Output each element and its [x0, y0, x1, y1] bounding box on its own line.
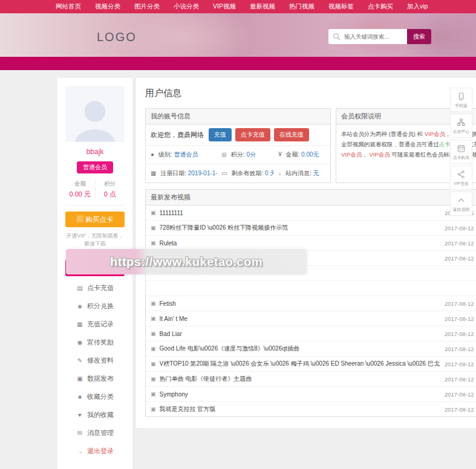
field-value: 普通会员 — [174, 151, 198, 158]
username: bbajk — [65, 147, 125, 156]
video-row: ▣ 我就是克拉拉 官方版 2017-08-12 ▶观看 — [146, 402, 476, 416]
video-date: 2017-08-12 — [445, 225, 474, 231]
sidebar-menu-icon: ▣ — [76, 375, 83, 382]
toolbar-item-back-to-top[interactable]: 返回顶部 — [450, 192, 472, 216]
sidebar-menu-item[interactable]: ♥ 我的收藏 — [65, 406, 125, 424]
video-title[interactable]: Fetish — [160, 300, 440, 307]
video-doc-icon: ▣ — [151, 391, 156, 397]
video-title[interactable]: It Ain' t Me — [160, 315, 440, 322]
sidebar-menu-item[interactable]: ◉ 宣传奖励 — [65, 333, 125, 351]
top-nav-item[interactable]: 视频分类 — [95, 2, 120, 11]
stat-label: 积分 — [96, 180, 125, 188]
field-icon: ▭ — [221, 170, 227, 176]
sidebar-menu-label: 我的收藏 — [87, 410, 114, 419]
page-title: 用户信息 — [145, 88, 476, 99]
top-nav-item[interactable]: 加入vip — [407, 2, 428, 11]
video-title[interactable]: Bad Liar — [160, 331, 440, 337]
sidebar-menu-label: 修改资料 — [87, 356, 114, 365]
toolbar-item-mobile[interactable]: 手机版 — [450, 88, 472, 112]
video-date: 2017-08-12 — [445, 300, 474, 307]
sidebar-menu-label: 充值记录 — [87, 320, 114, 329]
sidebar-menu-item[interactable]: ✉ 消息管理 — [65, 424, 125, 442]
sidebar-menu-label: 宣传奖励 — [87, 338, 114, 347]
field-label: 积分: — [231, 151, 245, 158]
stat-item: 积分 0 点 — [95, 180, 125, 199]
video-title[interactable]: 11111111 — [160, 210, 440, 216]
video-date: 2017-08-12 — [445, 376, 474, 383]
video-row: ▣ Symphony 2017-08-12 ▶观看 — [146, 387, 476, 402]
share-icon — [457, 170, 466, 179]
stat-item: 金额 0.00 元 — [65, 180, 95, 199]
top-nav-item[interactable]: 点卡购买 — [368, 2, 393, 11]
field-icon: ¥ — [278, 151, 282, 158]
video-title[interactable]: Good Life 电影\u0026《速度与激情8》\u0026qt插曲 — [160, 344, 440, 353]
top-nav-item[interactable]: 最新视频 — [250, 2, 275, 11]
sidebar-menu-icon: ◉ — [76, 339, 83, 346]
top-nav-item[interactable]: 视频标签 — [328, 2, 354, 11]
sidebar-menu-item[interactable]: ▦ 充值记录 — [65, 315, 125, 333]
sidebar-menu-item[interactable]: ▤ 点卡充值 — [65, 279, 125, 297]
video-title[interactable]: 728粉丝下降量ID \u0026 粉丝下降视频操作示范 — [160, 224, 440, 232]
main-panel: 用户信息 我的账号信息 欢迎您，鹿鼎网络 充值点卡充值在线充值 ● 级别: 普通… — [136, 78, 476, 428]
user-stats: 金额 0.00 元 积分 0 点 — [65, 180, 125, 205]
sidebar-menu-item[interactable]: → 退出登录 — [65, 442, 125, 460]
chevron-up-icon — [457, 196, 466, 205]
sidebar-menu-item[interactable]: ▣ 数据发布 — [65, 369, 125, 387]
sidebar-menu-item[interactable]: ◈ 积分兑换 — [65, 297, 125, 315]
video-doc-icon: ▣ — [151, 210, 156, 216]
top-nav-item[interactable]: 图片分类 — [134, 2, 160, 11]
toolbar-item-card-buy[interactable]: 点卡购买 — [450, 140, 472, 164]
stat-value: 0.00 元 — [65, 190, 95, 199]
sidebar-menu-item[interactable]: ♣ 收藏分类 — [65, 387, 125, 406]
video-doc-icon: ▣ — [151, 300, 156, 306]
video-title[interactable]: 热门单曲 电影《使徒行者》主题曲 — [160, 375, 440, 383]
search-icon — [333, 33, 341, 40]
recharge-button[interactable]: 点卡充值 — [235, 128, 270, 141]
toolbar-item-member-center[interactable]: 会员中心 — [450, 114, 472, 138]
search-button[interactable]: 搜索 — [407, 29, 431, 44]
field-label: 注册日期: — [160, 170, 186, 176]
video-title[interactable]: V榜TOP10 第20期 隔之游 \u0026 会女乐 \u0026 梅子鸡 \… — [160, 360, 440, 368]
video-row: ▣ 热门单曲 电影《使徒行者》主题曲 2017-08-12 ▶观看 — [146, 372, 476, 387]
sidebar-menu-icon: ◈ — [76, 303, 83, 309]
welcome-text: 欢迎您，鹿鼎网络 — [151, 131, 204, 140]
account-field: ¥ 金额: 0.00元 — [273, 146, 330, 164]
top-nav-item[interactable]: VIP视频 — [213, 2, 236, 11]
buy-card-button[interactable]: ▥ 购买点卡 — [65, 212, 125, 227]
video-date: 2017-08-12 — [445, 391, 474, 398]
phone-icon — [457, 92, 466, 101]
account-field: ◎ 积分: 0分 — [217, 146, 273, 164]
video-date: 2017-08-12 — [445, 361, 474, 367]
video-doc-icon: ▣ — [151, 361, 156, 367]
field-label: 级别: — [158, 151, 172, 158]
video-title[interactable]: Symphony — [160, 391, 440, 398]
field-value: 0 天 — [265, 170, 273, 176]
top-nav-item[interactable]: 网站首页 — [56, 2, 81, 11]
sidebar-menu-label: 点卡充值 — [87, 283, 114, 293]
sidebar-menu: ▤ 点卡充值 ◈ 积分兑换 ▦ 充值记录 ◉ 宣传奖励 ✎ 修改资料 ▣ 数据发… — [65, 279, 125, 460]
sidebar-menu-label: 数据发布 — [87, 374, 114, 383]
account-field: ▭ 剩余有效期: 0 天 — [217, 164, 273, 183]
video-title[interactable]: 我就是克拉拉 官方版 — [160, 405, 440, 413]
account-info-panel: 我的账号信息 欢迎您，鹿鼎网络 充值点卡充值在线充值 ● 级别: 普通会员 ◎ … — [145, 108, 331, 183]
video-doc-icon: ▣ — [151, 406, 156, 412]
video-row: ▣ ▶观看 — [146, 281, 476, 296]
recharge-button[interactable]: 充值 — [209, 128, 232, 141]
top-nav-item[interactable]: 热门视频 — [289, 2, 315, 11]
recharge-button[interactable]: 在线充值 — [274, 128, 309, 141]
sidebar-menu-item[interactable]: ✎ 修改资料 — [65, 351, 125, 369]
field-icon: ▦ — [151, 170, 156, 176]
field-value: 2019-01-14 11:25:11 — [188, 170, 217, 176]
sidebar-menu-label: 消息管理 — [87, 429, 114, 438]
video-row: ▣ Good Life 电影\u0026《速度与激情8》\u0026qt插曲 2… — [146, 341, 476, 357]
top-nav-item[interactable]: 小说分类 — [174, 2, 199, 11]
video-row: ▣ It Ain' t Me 2017-08-12 ▶观看 — [146, 311, 476, 326]
header-banner: LOGO 搜索 — [0, 13, 476, 57]
video-row: ▣ Bad Liar 2017-08-12 ▶观看 — [146, 326, 476, 341]
stat-label: 金额 — [65, 180, 95, 188]
video-row: ▣ Fetish 2017-08-12 ▶观看 — [146, 296, 476, 311]
toolbar-item-vip-recharge[interactable]: VIP充值 — [450, 166, 472, 190]
video-title[interactable]: Ruleta — [160, 240, 440, 247]
field-icon: ↓ — [278, 170, 281, 176]
video-doc-icon: ▣ — [151, 331, 156, 337]
